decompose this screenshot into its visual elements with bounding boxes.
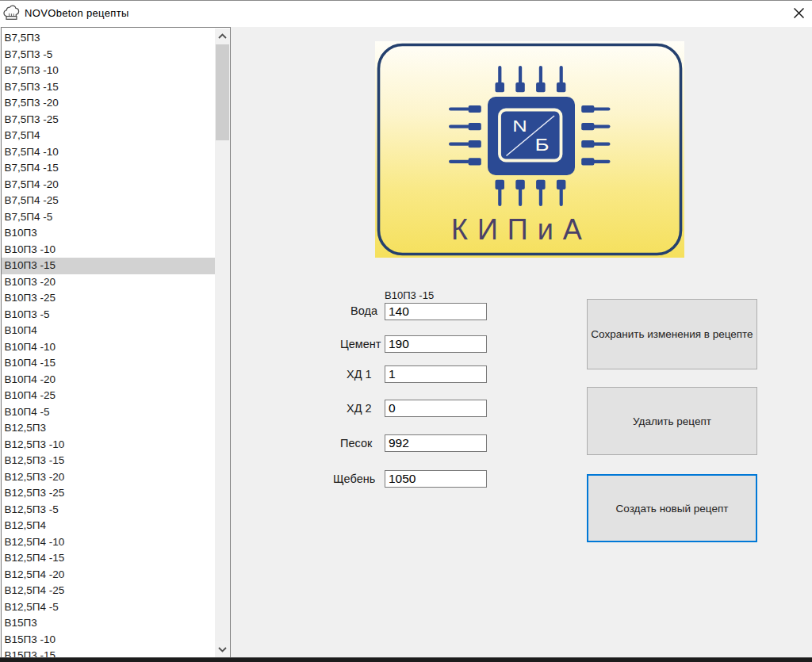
svg-text:N: N (512, 117, 527, 135)
svg-text:КИПиА: КИПиА (451, 213, 592, 246)
svg-text:Б: Б (535, 136, 550, 155)
